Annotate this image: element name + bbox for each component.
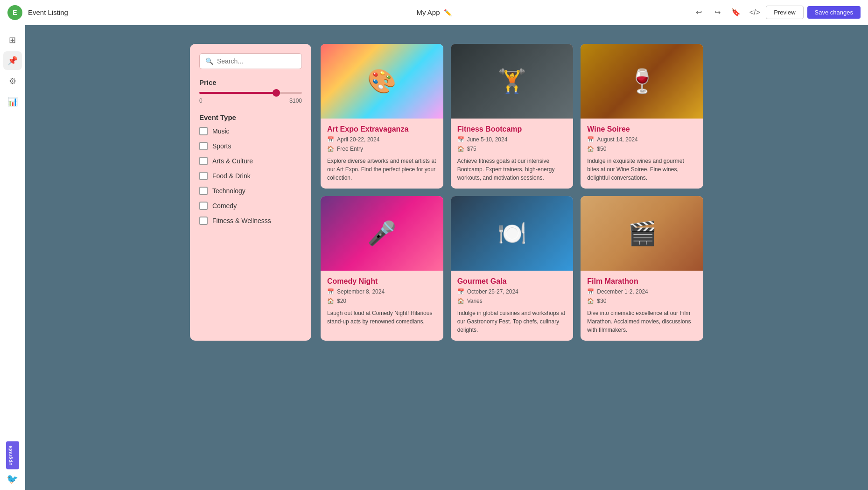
event-card-wine-soiree[interactable]: 🍷 Wine Soiree 📅 August 14, 2024 🏠 $50 In… — [581, 44, 703, 189]
checkbox-item-technology[interactable]: Technology — [199, 187, 302, 195]
event-price-text-film-marathon: $30 — [597, 298, 606, 304]
topbar-actions: ↩ ↪ 🔖 </> Preview Save changes — [691, 5, 861, 20]
event-image-art-expo: 🎨 — [321, 44, 443, 119]
event-date-fitness-bootcamp: 📅 June 5-10, 2024 — [457, 136, 567, 143]
event-description-fitness-bootcamp: Achieve fitness goals at our intensive B… — [457, 157, 567, 182]
calendar-icon-film-marathon: 📅 — [587, 288, 594, 295]
calendar-icon-gourmet-gala: 📅 — [457, 288, 464, 295]
event-price-art-expo: 🏠 Free Entry — [327, 146, 437, 152]
checkbox-fitness[interactable] — [199, 217, 208, 225]
logo-text: E — [13, 9, 17, 16]
event-title-film-marathon: Film Marathon — [587, 277, 697, 286]
checkbox-music[interactable] — [199, 127, 208, 135]
event-card-art-expo[interactable]: 🎨 Art Expo Extravaganza 📅 April 20-22, 2… — [321, 44, 443, 189]
sidebar-settings-icon[interactable]: ⚙ — [3, 72, 22, 91]
event-date-wine-soiree: 📅 August 14, 2024 — [587, 136, 697, 143]
preview-button[interactable]: Preview — [766, 6, 803, 19]
filter-panel: 🔍 Price 0 $100 Eve — [190, 44, 311, 341]
event-date-text-gourmet-gala: October 25-27, 2024 — [467, 288, 518, 295]
code-button[interactable]: </> — [747, 5, 762, 20]
event-title-comedy-night: Comedy Night — [327, 277, 437, 286]
ticket-icon-fitness-bootcamp: 🏠 — [457, 146, 464, 152]
checkbox-arts[interactable] — [199, 157, 208, 165]
event-card-film-marathon[interactable]: 🎬 Film Marathon 📅 December 1-2, 2024 🏠 $… — [581, 196, 703, 341]
sidebar-chart-icon[interactable]: 📊 — [3, 92, 22, 111]
event-description-comedy-night: Laugh out loud at Comedy Night! Hilariou… — [327, 309, 437, 326]
ticket-icon-comedy-night: 🏠 — [327, 298, 334, 304]
event-date-gourmet-gala: 📅 October 25-27, 2024 — [457, 288, 567, 295]
upgrade-badge[interactable]: Upgrade — [6, 441, 19, 469]
checkbox-label-music: Music — [212, 127, 230, 135]
event-title-art-expo: Art Expo Extravaganza — [327, 125, 437, 133]
event-card-body-gourmet-gala: Gourmet Gala 📅 October 25-27, 2024 🏠 Var… — [451, 271, 574, 341]
category-checkboxes: Music Sports Arts & Culture Food & Drink… — [199, 127, 302, 225]
event-card-body-fitness-bootcamp: Fitness Bootcamp 📅 June 5-10, 2024 🏠 $75… — [451, 119, 574, 189]
price-labels: 0 $100 — [199, 98, 302, 104]
canvas-area: 🔍 Price 0 $100 Eve — [25, 25, 868, 490]
edit-icon[interactable]: ✏️ — [444, 9, 452, 16]
search-box[interactable]: 🔍 — [199, 53, 302, 69]
app-name-label: My App — [416, 8, 440, 16]
checkbox-item-food[interactable]: Food & Drink — [199, 172, 302, 180]
checkbox-item-sports[interactable]: Sports — [199, 142, 302, 150]
checkbox-label-fitness: Fitness & Wellnesss — [212, 217, 271, 224]
topbar-center: My App ✏️ — [416, 8, 451, 16]
calendar-icon-comedy-night: 📅 — [327, 288, 334, 295]
event-description-wine-soiree: Indulge in exquisite wines and gourmet b… — [587, 157, 697, 182]
event-type-title: Event Type — [199, 113, 302, 121]
event-description-film-marathon: Dive into cinematic excellence at our Fi… — [587, 309, 697, 334]
checkbox-comedy[interactable] — [199, 202, 208, 210]
checkbox-label-food: Food & Drink — [212, 172, 251, 180]
event-date-text-film-marathon: December 1-2, 2024 — [597, 288, 648, 295]
search-input[interactable] — [217, 57, 296, 65]
event-type-section: Event Type Music Sports Arts & Culture F… — [199, 113, 302, 225]
event-listing-widget: 🔍 Price 0 $100 Eve — [190, 44, 703, 341]
topbar: E Event Listing My App ✏️ ↩ ↪ 🔖 </> Prev… — [0, 0, 868, 25]
redo-button[interactable]: ↪ — [710, 5, 725, 20]
checkbox-item-fitness[interactable]: Fitness & Wellnesss — [199, 217, 302, 225]
event-date-film-marathon: 📅 December 1-2, 2024 — [587, 288, 697, 295]
checkbox-item-comedy[interactable]: Comedy — [199, 202, 302, 210]
sidebar-bottom: Upgrade 🐦 — [6, 441, 19, 484]
event-price-text-comedy-night: $20 — [337, 298, 346, 304]
event-description-gourmet-gala: Indulge in global cuisines and workshops… — [457, 309, 567, 334]
checkbox-label-sports: Sports — [212, 142, 231, 150]
event-title-wine-soiree: Wine Soiree — [587, 125, 697, 133]
sidebar-pin-icon[interactable]: 📌 — [3, 51, 22, 70]
main-layout: ⊞ 📌 ⚙ 📊 Upgrade 🐦 🔍 Price — [0, 25, 868, 490]
event-price-text-fitness-bootcamp: $75 — [467, 146, 476, 152]
event-price-wine-soiree: 🏠 $50 — [587, 146, 697, 152]
calendar-icon-fitness-bootcamp: 📅 — [457, 136, 464, 143]
price-slider-fill — [199, 92, 276, 94]
event-title-gourmet-gala: Gourmet Gala — [457, 277, 567, 286]
price-slider-thumb[interactable] — [273, 89, 280, 97]
event-card-gourmet-gala[interactable]: 🍽️ Gourmet Gala 📅 October 25-27, 2024 🏠 … — [451, 196, 574, 341]
checkbox-sports[interactable] — [199, 142, 208, 150]
ticket-icon-film-marathon: 🏠 — [587, 298, 594, 304]
price-slider-track[interactable] — [199, 92, 302, 94]
event-price-film-marathon: 🏠 $30 — [587, 298, 697, 304]
event-price-text-wine-soiree: $50 — [597, 146, 606, 152]
event-date-text-fitness-bootcamp: June 5-10, 2024 — [467, 136, 508, 143]
checkbox-item-music[interactable]: Music — [199, 127, 302, 135]
bookmark-button[interactable]: 🔖 — [728, 5, 743, 20]
bird-icon: 🐦 — [7, 473, 18, 484]
save-button[interactable]: Save changes — [807, 6, 861, 19]
sidebar-grid-icon[interactable]: ⊞ — [3, 31, 22, 49]
event-price-text-gourmet-gala: Varies — [467, 298, 483, 304]
calendar-icon-wine-soiree: 📅 — [587, 136, 594, 143]
event-image-gourmet-gala: 🍽️ — [451, 196, 574, 271]
event-date-art-expo: 📅 April 20-22, 2024 — [327, 136, 437, 143]
checkbox-item-arts[interactable]: Arts & Culture — [199, 157, 302, 165]
checkbox-technology[interactable] — [199, 187, 208, 195]
ticket-icon-art-expo: 🏠 — [327, 146, 334, 152]
event-card-comedy-night[interactable]: 🎤 Comedy Night 📅 September 8, 2024 🏠 $20… — [321, 196, 443, 341]
event-image-film-marathon: 🎬 — [581, 196, 703, 271]
undo-button[interactable]: ↩ — [691, 5, 706, 20]
checkbox-food[interactable] — [199, 172, 208, 180]
app-logo: E — [7, 5, 22, 20]
event-image-wine-soiree: 🍷 — [581, 44, 703, 119]
event-card-fitness-bootcamp[interactable]: 🏋️ Fitness Bootcamp 📅 June 5-10, 2024 🏠 … — [451, 44, 574, 189]
event-card-body-film-marathon: Film Marathon 📅 December 1-2, 2024 🏠 $30… — [581, 271, 703, 341]
event-price-gourmet-gala: 🏠 Varies — [457, 298, 567, 304]
